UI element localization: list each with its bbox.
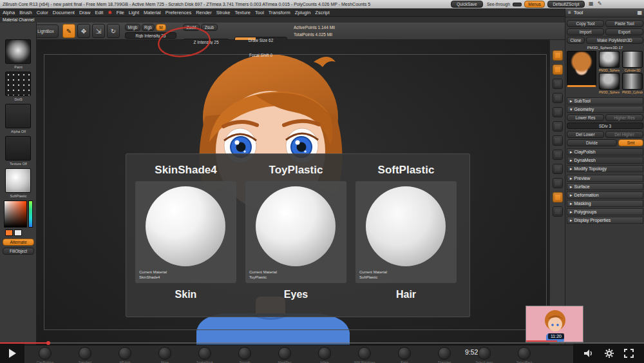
polygroups-section-header[interactable]: ▸ Polygroups [567, 208, 643, 215]
m-button[interactable]: M [156, 24, 166, 31]
menu-draw[interactable]: Draw [79, 10, 91, 15]
menu-edit[interactable]: Edit [95, 10, 103, 15]
copy-tool-button[interactable]: Copy Tool [567, 20, 604, 27]
bpr-render-icon[interactable] [553, 50, 563, 61]
draw-mode-button[interactable]: ✎ [62, 24, 75, 38]
zadd-button[interactable]: Zadd [183, 24, 200, 31]
menu-color[interactable]: Color [37, 10, 48, 15]
main-color-swatch[interactable] [5, 230, 13, 236]
zsub-button[interactable]: Zsub [201, 24, 218, 31]
menu-document[interactable]: Document [53, 10, 75, 15]
ghost-icon[interactable] [553, 135, 563, 146]
pencil-icon[interactable]: ✎ [598, 1, 602, 6]
menu-zscript[interactable]: Zscript [315, 10, 330, 15]
menu-brush[interactable]: Brush [19, 10, 32, 15]
menu-zplugin[interactable]: Zplugin [295, 10, 311, 15]
move-mode-button[interactable]: ✥ [77, 24, 90, 38]
alternate-button[interactable]: Alternate [3, 239, 34, 246]
lower-res-button[interactable]: Lower Res [567, 114, 604, 121]
pip-video-thumbnail[interactable]: 11:20 [526, 306, 583, 342]
menu-light[interactable]: Light [129, 10, 139, 15]
fillobject-button[interactable]: FillObject [3, 248, 34, 255]
sphere-highlight-dot [283, 211, 287, 215]
menu-stroke[interactable]: Stroke [216, 10, 231, 15]
menus-toggle[interactable]: Menus [524, 1, 545, 8]
menu-preferences[interactable]: Preferences [166, 10, 191, 15]
settings-gear-icon[interactable] [605, 349, 614, 358]
menu-file[interactable]: File [117, 10, 124, 15]
menu-transform[interactable]: Transform [269, 10, 290, 15]
texture-thumbnail[interactable] [5, 136, 31, 161]
current-tool-thumbnail[interactable] [567, 51, 596, 87]
menu-texture[interactable]: Texture [234, 10, 251, 15]
quicksave-button[interactable]: QuickSave [451, 1, 483, 8]
scroll-icon[interactable] [553, 178, 563, 188]
surface-section-header[interactable]: ▸ Surface [567, 183, 643, 190]
dynamesh-section-header[interactable]: ▸ DynaMesh [567, 157, 643, 164]
tool-thumbnail[interactable] [622, 51, 643, 68]
fullscreen-icon[interactable] [624, 349, 634, 358]
volume-icon[interactable] [583, 349, 594, 358]
video-progress-knob[interactable] [46, 341, 50, 345]
player-right-controls [573, 344, 644, 363]
subtool-section-header[interactable]: ▸ SubTool [567, 97, 643, 104]
higher-res-button[interactable]: Higher Res [605, 114, 643, 121]
secondary-color-swatch[interactable] [14, 230, 22, 236]
rgb-intensity-slider[interactable]: Rgb Intensity 25 [125, 32, 176, 39]
smt-toggle[interactable]: Smt [618, 139, 643, 146]
modify-topology-section-header[interactable]: ▸ Modify Topology [567, 165, 643, 172]
zoom3d-icon[interactable] [553, 206, 563, 217]
display-properties-section-header[interactable]: ▸ Display Properties [567, 217, 643, 224]
lightbox-button[interactable]: LightBox [33, 25, 59, 38]
tool-thumbnail[interactable] [622, 73, 643, 90]
menu-tool[interactable]: Tool [255, 10, 264, 15]
color-hue-strip[interactable] [28, 201, 33, 228]
import-button[interactable]: Import [567, 28, 604, 35]
persp-icon[interactable] [553, 64, 563, 75]
del-higher-button[interactable]: Del Higher [605, 131, 643, 138]
video-progress-bar[interactable] [0, 342, 644, 344]
rotate-mode-button[interactable]: ↻ [107, 24, 120, 38]
stroke-thumbnail[interactable] [5, 72, 31, 96]
rotate-icon: ↻ [111, 28, 116, 35]
mrgb-button[interactable]: Mrgb [125, 24, 140, 31]
see-through-slider[interactable] [513, 3, 522, 6]
zbrush-app-window: ZBrush Core R13 (x64) - new paint final … [0, 0, 644, 363]
current-brush-thumbnail[interactable] [5, 39, 31, 64]
color-picker-square[interactable] [4, 201, 27, 228]
current-tool-name: PM3D_Sphere3D.17 [565, 46, 644, 50]
frame-icon[interactable] [553, 93, 563, 103]
divide-button[interactable]: Divide [567, 139, 617, 146]
sdiv-slider[interactable]: SDiv 3 [567, 123, 643, 129]
paste-tool-button[interactable]: Paste Tool [605, 20, 643, 27]
xpose-icon[interactable] [553, 164, 563, 174]
claypolish-section-header[interactable]: ▸ ClayPolish [567, 148, 643, 155]
scale-mode-button[interactable]: ⇲ [92, 24, 105, 38]
del-lower-button[interactable]: Del Lower [567, 131, 604, 138]
transp-icon[interactable] [553, 121, 563, 132]
floor-icon[interactable] [553, 79, 563, 89]
tool-thumbnail[interactable] [599, 51, 620, 68]
material-thumbnail[interactable] [5, 168, 31, 193]
tool-thumbnail[interactable] [599, 73, 620, 90]
alpha-thumbnail[interactable] [5, 104, 31, 128]
polyframe-icon[interactable] [553, 107, 563, 117]
clone-button[interactable]: Clone [567, 37, 585, 44]
rgb-button[interactable]: Rgb [142, 24, 155, 31]
preview-section-header[interactable]: ▸ Preview [567, 175, 643, 182]
masking-section-header[interactable]: ▸ Masking [567, 200, 643, 207]
dock-icon[interactable]: ▦ [637, 10, 642, 15]
geometry-section-header[interactable]: ▾ Geometry [567, 106, 643, 113]
make-polymesh3d-button[interactable]: Make PolyMesh3D [586, 37, 643, 44]
menu-alpha[interactable]: Alpha [3, 10, 15, 15]
menu-render[interactable]: Render [196, 10, 212, 15]
play-button[interactable] [0, 344, 24, 363]
paintbrush-icon[interactable] [553, 192, 563, 202]
default-zscript-button[interactable]: DefaultZScript [547, 1, 585, 8]
menu-material[interactable]: Material [144, 10, 161, 15]
grid-icon[interactable]: ▦ [589, 1, 594, 6]
deformation-section-header[interactable]: ▸ Deformation [567, 191, 643, 199]
tool-palette-header[interactable]: ≡ Tool ▦ [565, 8, 644, 17]
export-button[interactable]: Export [605, 28, 643, 35]
solo-icon[interactable] [553, 150, 563, 160]
